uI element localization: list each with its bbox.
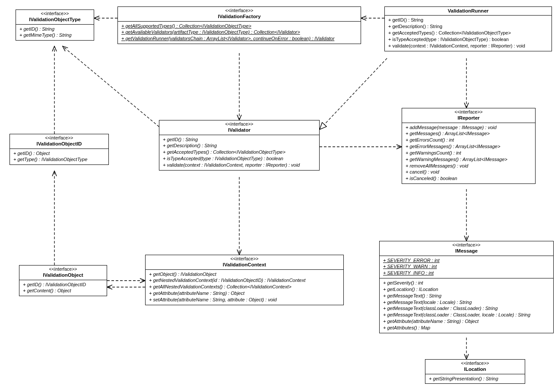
operations: + getID() : IValidationObjectID + getCon… bbox=[19, 280, 107, 296]
class-ivalidator: <<interface>> IValidator + getID() : Str… bbox=[159, 120, 320, 171]
operations: + getAllSupportedTypes() : Collection<IV… bbox=[118, 22, 361, 44]
class-title: <<interface>> IMessage bbox=[380, 241, 553, 256]
operations: + getID() : Object + getType() : IValida… bbox=[10, 149, 108, 165]
class-ivalidationfactory: <<interface>> IValidationFactory + getAl… bbox=[117, 6, 361, 44]
operations: + getID() : String + getDescription() : … bbox=[385, 16, 552, 51]
class-title: ValidationRunner bbox=[385, 7, 552, 16]
class-ivalidationobject: <<interface>> IValidationObject + getID(… bbox=[19, 265, 107, 296]
operations: + getID() : String + getDescription() : … bbox=[159, 135, 319, 170]
operations: + getStringPresentation() : String bbox=[425, 374, 525, 384]
class-title: <<interface>> IValidationFactory bbox=[118, 7, 361, 22]
class-title: <<interface>> IValidationObject bbox=[19, 266, 107, 280]
class-title: <<interface>> IValidationContext bbox=[146, 255, 343, 270]
class-ilocation: <<interface>> ILocation + getStringPrese… bbox=[425, 359, 525, 384]
attributes: + SEVERITY_ERROR : int + SEVERITY_WARN :… bbox=[380, 256, 553, 278]
class-title: <<interface>> IValidator bbox=[159, 120, 319, 135]
class-title: <<interface>> IReporter bbox=[402, 108, 535, 123]
class-ivalidationcontext: <<interface>> IValidationContext + getOb… bbox=[145, 255, 344, 305]
class-title: <<interface>> IValidationObjectType bbox=[16, 10, 94, 25]
class-validationrunner: ValidationRunner + getID() : String + ge… bbox=[384, 6, 552, 51]
class-imessage: <<interface>> IMessage + SEVERITY_ERROR … bbox=[379, 241, 554, 333]
class-ivalidationobjectid: <<interface>> IValidationObjectID + getI… bbox=[10, 134, 109, 165]
operations: + getSeverity() : int + getLocation() : … bbox=[380, 278, 553, 333]
operations: + getObject() : IValidationObject + getN… bbox=[146, 270, 343, 305]
class-title: <<interface>> ILocation bbox=[425, 360, 525, 374]
class-title: <<interface>> IValidationObjectID bbox=[10, 134, 108, 149]
class-ireporter: <<interface>> IReporter + addMessage(mes… bbox=[402, 108, 536, 184]
operations: + addMessage(message : IMessage) : void … bbox=[402, 123, 535, 184]
class-ivalidationobjecttype: <<interface>> IValidationObjectType + ge… bbox=[16, 9, 94, 41]
operations: + getID() : String + getMimeType() : Str… bbox=[16, 25, 94, 41]
uml-arrows-layer bbox=[0, 0, 558, 392]
